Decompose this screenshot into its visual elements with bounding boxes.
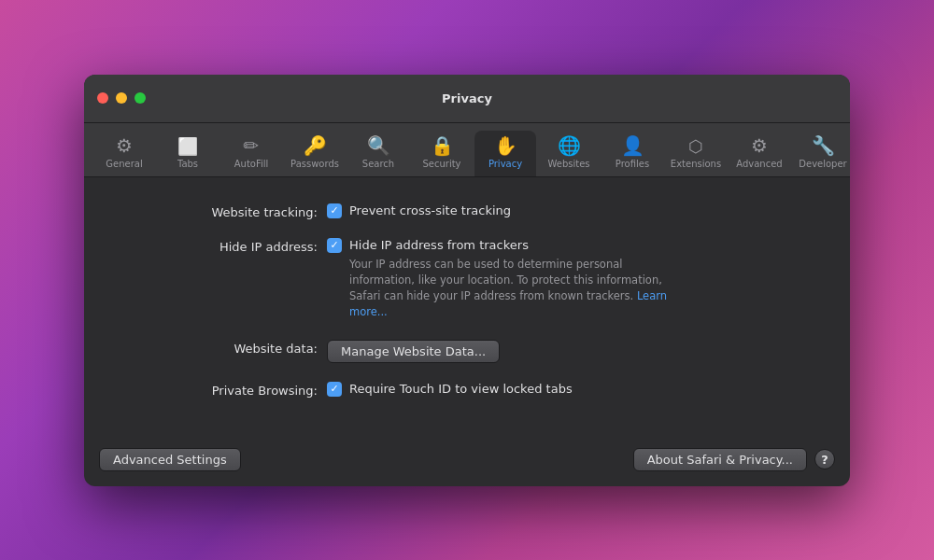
tabs-icon: ⬜ <box>177 138 198 155</box>
advanced-icon: ⚙ <box>751 136 768 155</box>
website-tracking-row: Website tracking: ✓ Prevent cross-site t… <box>140 203 794 219</box>
tab-passwords-label: Passwords <box>290 159 339 169</box>
tab-extensions[interactable]: ⬡ Extensions <box>665 133 727 176</box>
title-bar: Privacy <box>84 75 850 123</box>
profiles-icon: 👤 <box>621 136 644 155</box>
content-area: Website tracking: ✓ Prevent cross-site t… <box>84 177 850 439</box>
website-tracking-label: Website tracking: <box>140 203 327 219</box>
tab-profiles[interactable]: 👤 Profiles <box>601 131 663 176</box>
tab-developer-label: Developer <box>799 159 846 169</box>
settings-window: Privacy ⚙ General ⬜ Tabs ✏ AutoFill 🔑 Pa… <box>84 75 850 486</box>
help-button[interactable]: ? <box>814 449 835 469</box>
checkmark-icon: ✓ <box>330 384 338 394</box>
website-data-row: Website data: Manage Website Data... <box>140 340 794 363</box>
footer-left: Advanced Settings <box>99 448 241 471</box>
website-tracking-content: ✓ Prevent cross-site tracking <box>327 203 511 218</box>
tab-passwords[interactable]: 🔑 Passwords <box>284 131 346 176</box>
tab-tabs[interactable]: ⬜ Tabs <box>157 133 219 176</box>
about-safari-privacy-button[interactable]: About Safari & Privacy... <box>633 448 807 471</box>
traffic-lights <box>97 92 146 104</box>
private-browsing-checkbox-label: Require Touch ID to view locked tabs <box>349 382 573 396</box>
private-browsing-checkbox[interactable]: ✓ <box>327 382 342 397</box>
search-icon: 🔍 <box>367 136 390 155</box>
minimize-button[interactable] <box>116 92 127 104</box>
checkmark-icon: ✓ <box>330 205 338 216</box>
footer: Advanced Settings About Safari & Privacy… <box>84 439 850 486</box>
hide-ip-help-text: Your IP address can be used to determine… <box>349 257 686 321</box>
checkmark-icon: ✓ <box>330 240 338 250</box>
close-button[interactable] <box>97 92 108 104</box>
hide-ip-inline: ✓ Hide IP address from trackers <box>327 238 686 253</box>
private-browsing-row: Private Browsing: ✓ Require Touch ID to … <box>140 382 794 398</box>
tab-tabs-label: Tabs <box>177 159 198 169</box>
private-browsing-content: ✓ Require Touch ID to view locked tabs <box>327 382 573 397</box>
general-icon: ⚙ <box>116 136 133 155</box>
website-data-label: Website data: <box>140 340 327 356</box>
hide-ip-checkbox-label: Hide IP address from trackers <box>349 238 529 252</box>
maximize-button[interactable] <box>134 92 146 104</box>
website-tracking-checkbox-label: Prevent cross-site tracking <box>349 203 511 217</box>
developer-icon: 🔧 <box>812 136 835 155</box>
website-tracking-inline: ✓ Prevent cross-site tracking <box>327 203 511 218</box>
private-browsing-inline: ✓ Require Touch ID to view locked tabs <box>327 382 573 397</box>
tab-general[interactable]: ⚙ General <box>93 131 155 176</box>
window-title: Privacy <box>442 91 492 105</box>
tab-autofill-label: AutoFill <box>234 159 269 169</box>
privacy-icon: ✋ <box>494 136 517 155</box>
extensions-icon: ⬡ <box>688 138 703 155</box>
tab-advanced[interactable]: ⚙ Advanced <box>729 131 790 176</box>
tab-general-label: General <box>106 159 142 169</box>
tab-websites[interactable]: 🌐 Websites <box>538 131 600 176</box>
website-tracking-checkbox[interactable]: ✓ <box>327 203 342 218</box>
websites-icon: 🌐 <box>558 136 581 155</box>
hide-ip-label: Hide IP address: <box>140 238 327 254</box>
footer-right: About Safari & Privacy... ? <box>633 448 835 471</box>
hide-ip-description: Your IP address can be used to determine… <box>349 258 662 303</box>
hide-ip-row: Hide IP address: ✓ Hide IP address from … <box>140 238 794 321</box>
tab-security[interactable]: 🔒 Security <box>411 131 473 176</box>
tab-search[interactable]: 🔍 Search <box>347 131 409 176</box>
private-browsing-label: Private Browsing: <box>140 382 327 398</box>
tab-search-label: Search <box>362 159 394 169</box>
tab-websites-label: Websites <box>547 159 589 169</box>
passwords-icon: 🔑 <box>304 136 327 155</box>
tab-developer[interactable]: 🔧 Developer <box>792 131 850 176</box>
manage-website-data-button[interactable]: Manage Website Data... <box>327 340 500 363</box>
tab-autofill[interactable]: ✏ AutoFill <box>220 131 282 176</box>
tab-profiles-label: Profiles <box>616 159 649 169</box>
hide-ip-checkbox[interactable]: ✓ <box>327 238 342 253</box>
tab-extensions-label: Extensions <box>671 159 721 169</box>
toolbar: ⚙ General ⬜ Tabs ✏ AutoFill 🔑 Passwords … <box>84 123 850 177</box>
advanced-settings-button[interactable]: Advanced Settings <box>99 448 241 471</box>
tab-advanced-label: Advanced <box>736 159 782 169</box>
tab-security-label: Security <box>422 159 460 169</box>
hide-ip-content: ✓ Hide IP address from trackers Your IP … <box>327 238 686 321</box>
website-data-content: Manage Website Data... <box>327 340 500 363</box>
security-icon: 🔒 <box>431 136 454 155</box>
autofill-icon: ✏ <box>244 136 260 155</box>
tab-privacy[interactable]: ✋ Privacy <box>474 131 536 176</box>
tab-privacy-label: Privacy <box>488 159 522 169</box>
